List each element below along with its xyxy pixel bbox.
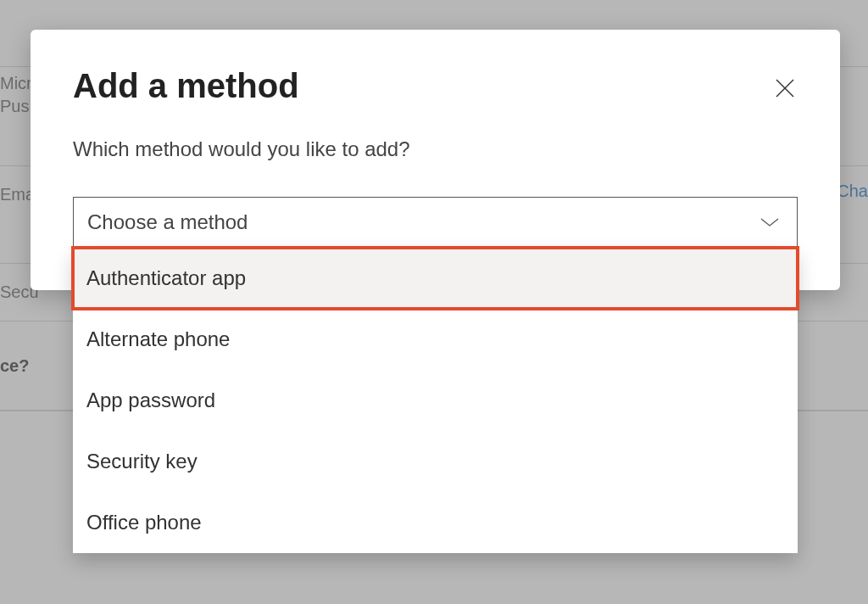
dialog-header: Add a method xyxy=(73,67,798,105)
dialog-title: Add a method xyxy=(73,67,299,105)
option-label: App password xyxy=(86,389,215,412)
option-label: Security key xyxy=(86,450,198,473)
option-app-password[interactable]: App password xyxy=(73,370,798,431)
option-label: Office phone xyxy=(86,511,202,534)
dialog-subtitle: Which method would you like to add? xyxy=(73,137,798,161)
close-button[interactable] xyxy=(772,76,798,101)
add-method-dialog: Add a method Which method would you like… xyxy=(31,30,840,290)
method-select[interactable]: Choose a method xyxy=(73,197,798,248)
option-label: Authenticator app xyxy=(86,266,246,290)
close-icon xyxy=(774,77,796,99)
option-security-key[interactable]: Security key xyxy=(73,431,798,492)
method-select-wrapper: Choose a method Authenticator app Altern… xyxy=(73,197,798,248)
option-office-phone[interactable]: Office phone xyxy=(73,492,798,553)
select-placeholder: Choose a method xyxy=(87,210,248,234)
chevron-down-icon xyxy=(760,216,780,228)
option-label: Alternate phone xyxy=(86,327,230,351)
option-alternate-phone[interactable]: Alternate phone xyxy=(73,309,798,370)
option-authenticator-app[interactable]: Authenticator app xyxy=(73,248,798,309)
method-dropdown: Authenticator app Alternate phone App pa… xyxy=(73,248,798,553)
